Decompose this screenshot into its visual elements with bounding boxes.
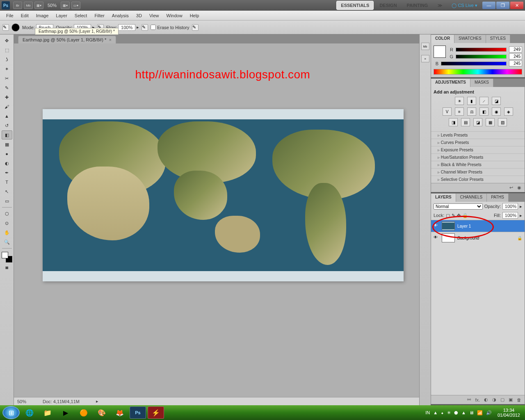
start-button[interactable]: ⊞	[2, 406, 20, 419]
zoom-tool[interactable]: 🔍	[2, 237, 12, 247]
history-brush-tool[interactable]: ↺	[2, 121, 12, 130]
hand-tool[interactable]: ✋	[2, 228, 12, 237]
workspace-more[interactable]: ≫	[434, 1, 447, 10]
lock-all-icon[interactable]: 🔒	[462, 213, 468, 218]
stamp-tool[interactable]: ▲	[2, 112, 12, 121]
workspace-painting[interactable]: PAINTING	[403, 1, 432, 9]
menu-select[interactable]: Select	[71, 13, 91, 18]
tray-icon[interactable]: 🖥	[469, 410, 474, 415]
pen-tool[interactable]: ✒	[2, 168, 12, 177]
threshold-icon[interactable]: ◪	[473, 118, 482, 126]
preset-levels[interactable]: Levels Presets	[431, 131, 525, 139]
minibridge-button[interactable]: Mb	[24, 2, 33, 9]
tab-swatches[interactable]: SWATCHES	[454, 35, 486, 43]
b-slider[interactable]	[441, 62, 507, 66]
taskbar-firefox-icon[interactable]: 🦊	[112, 406, 128, 419]
workspace-design[interactable]: DESIGN	[375, 1, 401, 9]
tab-color[interactable]: COLOR	[431, 35, 454, 43]
gradientmap-icon[interactable]: ▦	[486, 118, 495, 126]
taskbar-explorer-icon[interactable]: 📁	[39, 406, 56, 419]
workspace-essentials[interactable]: ESSENTIALS	[336, 1, 374, 10]
status-flyout-icon[interactable]: ▸	[96, 399, 98, 404]
cslive-button[interactable]: ◯ CS Live ▾	[452, 3, 477, 8]
channelmixer-icon[interactable]: ◈	[504, 107, 513, 116]
healing-tool[interactable]: ✚	[2, 93, 12, 102]
blur-tool[interactable]: ●	[2, 149, 12, 158]
tab-adjustments[interactable]: ADJUSTMENTS	[431, 79, 470, 87]
quickmask-tool[interactable]: ◙	[2, 263, 12, 272]
flow-flyout-icon[interactable]: ▸	[137, 25, 139, 30]
tray-icon[interactable]: ▲	[461, 410, 466, 415]
quickselect-tool[interactable]: ✶	[2, 64, 12, 73]
new-layer-icon[interactable]: ▣	[509, 397, 513, 402]
invert-icon[interactable]: ◨	[449, 118, 458, 126]
opacity-arrow-icon[interactable]: ▸	[520, 204, 522, 209]
posterize-icon[interactable]: ▤	[461, 118, 470, 126]
layer-thumbnail[interactable]	[442, 233, 455, 242]
preset-hue[interactable]: Hue/Saturation Presets	[431, 153, 525, 161]
layer-row-layer1[interactable]: 👁 Layer 1	[431, 220, 525, 232]
adj-clip-icon[interactable]: ◉	[517, 185, 521, 190]
3d-tool[interactable]: ⬡	[2, 209, 12, 218]
marquee-tool[interactable]: ⬚	[2, 46, 12, 55]
minibridge-panel-icon[interactable]: Mb	[421, 43, 429, 50]
move-tool[interactable]: ✥	[2, 36, 12, 45]
tray-network-icon[interactable]: 📶	[477, 410, 483, 415]
screenmode-button[interactable]: ▭▾	[71, 2, 80, 9]
preset-curves[interactable]: Curves Presets	[431, 139, 525, 146]
bw-icon[interactable]: ◧	[479, 107, 488, 116]
layer-name[interactable]: Background	[457, 236, 515, 240]
color-spectrum[interactable]	[434, 69, 522, 75]
bridge-button[interactable]: Br	[13, 2, 22, 9]
hue-icon[interactable]: ≡	[455, 107, 464, 116]
g-input[interactable]: 245	[509, 53, 522, 59]
visibility-icon[interactable]: 👁	[434, 223, 439, 229]
viewextras-button[interactable]: ▦▾	[34, 2, 43, 9]
exposure-icon[interactable]: ◪	[492, 97, 501, 105]
preset-bw[interactable]: Black & White Presets	[431, 161, 525, 168]
b-input[interactable]: 245	[509, 60, 522, 66]
preset-channelmixer[interactable]: Channel Mixer Presets	[431, 168, 525, 176]
colorbalance-icon[interactable]: ⚖	[467, 107, 476, 116]
layer-opacity-input[interactable]: 100%	[502, 203, 518, 210]
link-layers-icon[interactable]: ⚯	[467, 397, 471, 402]
status-zoom[interactable]: 50%	[17, 399, 26, 404]
levels-icon[interactable]: ▮	[467, 97, 476, 105]
menu-view[interactable]: View	[146, 13, 163, 18]
taskbar-flash-icon[interactable]: ⚡	[148, 406, 164, 419]
path-tool[interactable]: ↖	[2, 187, 12, 196]
menu-filter[interactable]: Filter	[91, 13, 108, 18]
dodge-tool[interactable]: ◐	[2, 159, 12, 168]
menu-edit[interactable]: Edit	[17, 13, 32, 18]
tray-icon[interactable]: ⬥	[441, 410, 444, 415]
document-tab[interactable]: Earthmap.jpg @ 50% (Layer 1, RGB/8#) *×	[18, 36, 116, 43]
zoom-level[interactable]: 50%	[48, 3, 57, 8]
tab-masks[interactable]: MASKS	[470, 79, 493, 87]
adjustment-layer-icon[interactable]: ◑	[492, 397, 496, 402]
fill-input[interactable]: 100%	[502, 212, 518, 219]
airbrush-icon[interactable]: ✎	[142, 24, 148, 31]
selectivecolor-icon[interactable]: ▧	[498, 118, 507, 126]
taskbar-ie-icon[interactable]: 🌐	[21, 406, 38, 419]
foreground-color-swatch[interactable]	[434, 46, 446, 58]
eraser-tool[interactable]: ◧	[2, 130, 12, 139]
flow-input[interactable]: 100%	[118, 24, 135, 31]
menu-window[interactable]: Window	[163, 13, 186, 18]
preset-selectivecolor[interactable]: Selective Color Presets	[431, 176, 525, 183]
arrange-button[interactable]: ▦▾	[61, 2, 70, 9]
3dcamera-tool[interactable]: ⊙	[2, 219, 12, 228]
taskbar-media-icon[interactable]: ▶	[57, 406, 74, 419]
layer-thumbnail[interactable]	[442, 221, 455, 231]
r-input[interactable]: 249	[509, 46, 522, 52]
fill-arrow-icon[interactable]: ▸	[520, 213, 522, 218]
brush-tool[interactable]: 🖌	[2, 102, 12, 111]
tab-layers[interactable]: LAYERS	[431, 194, 456, 202]
close-tab-icon[interactable]: ×	[109, 37, 111, 42]
layer-group-icon[interactable]: ▢	[500, 397, 504, 402]
brush-preview-icon[interactable]	[11, 23, 20, 32]
menu-file[interactable]: File	[2, 13, 17, 18]
tab-styles[interactable]: STYLES	[486, 35, 510, 43]
crop-tool[interactable]: ✂	[2, 74, 12, 83]
curves-icon[interactable]: ⟋	[479, 97, 488, 105]
layer-name[interactable]: Layer 1	[457, 224, 522, 228]
